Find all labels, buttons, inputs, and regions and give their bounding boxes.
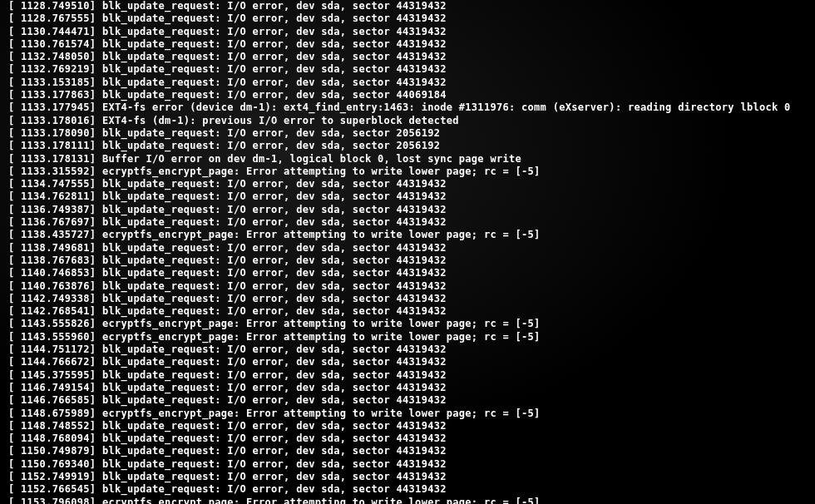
- log-timestamp: [ 1153.796098]: [8, 497, 102, 504]
- log-timestamp: [ 1132.748050]: [8, 51, 102, 62]
- log-line: [ 1144.751172] blk_update_request: I/O e…: [8, 343, 807, 356]
- log-line: [ 1142.749338] blk_update_request: I/O e…: [8, 293, 807, 305]
- log-line: [ 1148.675989] ecryptfs_encrypt_page: Er…: [8, 408, 807, 420]
- log-line: [ 1150.749879] blk_update_request: I/O e…: [8, 445, 807, 457]
- log-timestamp: [ 1138.767683]: [8, 254, 102, 266]
- log-timestamp: [ 1143.555960]: [8, 331, 102, 343]
- log-message: blk_update_request: I/O error, dev sda, …: [102, 12, 447, 24]
- log-timestamp: [ 1128.749510]: [8, 0, 102, 12]
- log-line: [ 1128.767555] blk_update_request: I/O e…: [8, 12, 807, 25]
- log-message: blk_update_request: I/O error, dev sda, …: [102, 63, 447, 75]
- log-line: [ 1138.767683] blk_update_request: I/O e…: [8, 254, 807, 267]
- log-message: blk_update_request: I/O error, dev sda, …: [102, 267, 447, 279]
- log-message: blk_update_request: I/O error, dev sda, …: [102, 369, 447, 381]
- log-timestamp: [ 1144.766672]: [8, 356, 102, 368]
- log-line: [ 1133.177945] EXT4-fs error (device dm-…: [8, 101, 807, 114]
- log-line: [ 1133.177863] blk_update_request: I/O e…: [8, 89, 807, 101]
- log-line: [ 1130.761574] blk_update_request: I/O e…: [8, 38, 807, 51]
- log-line: [ 1148.748552] blk_update_request: I/O e…: [8, 420, 807, 432]
- log-timestamp: [ 1144.751172]: [8, 343, 102, 355]
- log-line: [ 1146.766585] blk_update_request: I/O e…: [8, 394, 807, 407]
- log-message: blk_update_request: I/O error, dev sda, …: [102, 420, 447, 432]
- log-line: [ 1136.767697] blk_update_request: I/O e…: [8, 216, 807, 229]
- log-timestamp: [ 1143.555826]: [8, 318, 102, 329]
- log-timestamp: [ 1148.675989]: [8, 408, 102, 419]
- log-message: blk_update_request: I/O error, dev sda, …: [102, 51, 447, 62]
- log-line: [ 1134.747555] blk_update_request: I/O e…: [8, 178, 807, 190]
- log-message: blk_update_request: I/O error, dev sda, …: [102, 471, 447, 482]
- log-line: [ 1133.315592] ecryptfs_encrypt_page: Er…: [8, 166, 807, 178]
- log-line: [ 1153.796098] ecryptfs_encrypt_page: Er…: [8, 497, 807, 504]
- log-timestamp: [ 1142.768541]: [8, 305, 102, 317]
- log-message: blk_update_request: I/O error, dev sda, …: [102, 382, 447, 393]
- log-message: Buffer I/O error on dev dm-1, logical bl…: [102, 153, 521, 165]
- log-message: blk_update_request: I/O error, dev sda, …: [102, 356, 447, 368]
- log-line: [ 1150.769340] blk_update_request: I/O e…: [8, 458, 807, 471]
- log-line: [ 1130.744471] blk_update_request: I/O e…: [8, 26, 807, 38]
- log-line: [ 1133.178111] blk_update_request: I/O e…: [8, 140, 807, 152]
- log-message: blk_update_request: I/O error, dev sda, …: [102, 445, 447, 457]
- log-timestamp: [ 1148.768094]: [8, 432, 102, 444]
- log-timestamp: [ 1134.747555]: [8, 178, 102, 190]
- log-message: blk_update_request: I/O error, dev sda, …: [102, 38, 447, 50]
- log-line: [ 1152.766545] blk_update_request: I/O e…: [8, 483, 807, 496]
- log-timestamp: [ 1148.748552]: [8, 420, 102, 432]
- log-message: blk_update_request: I/O error, dev sda, …: [102, 432, 447, 444]
- log-timestamp: [ 1145.375595]: [8, 369, 102, 381]
- log-line: [ 1133.178090] blk_update_request: I/O e…: [8, 127, 807, 140]
- log-message: blk_update_request: I/O error, dev sda, …: [102, 305, 447, 317]
- log-line: [ 1133.178131] Buffer I/O error on dev d…: [8, 153, 807, 166]
- log-message: EXT4-fs error (device dm-1): ext4_find_e…: [102, 101, 791, 113]
- log-timestamp: [ 1136.767697]: [8, 216, 102, 228]
- log-line: [ 1140.763876] blk_update_request: I/O e…: [8, 280, 807, 293]
- log-line: [ 1133.178016] EXT4-fs (dm-1): previous …: [8, 115, 807, 127]
- log-message: blk_update_request: I/O error, dev sda, …: [102, 458, 447, 470]
- log-timestamp: [ 1133.177945]: [8, 101, 102, 113]
- log-message: EXT4-fs (dm-1): previous I/O error to su…: [102, 115, 459, 126]
- log-message: ecryptfs_encrypt_page: Error attempting …: [102, 229, 541, 240]
- log-line: [ 1146.749154] blk_update_request: I/O e…: [8, 382, 807, 394]
- log-message: ecryptfs_encrypt_page: Error attempting …: [102, 497, 541, 504]
- log-line: [ 1132.769219] blk_update_request: I/O e…: [8, 63, 807, 76]
- log-line: [ 1140.746853] blk_update_request: I/O e…: [8, 267, 807, 279]
- log-line: [ 1143.555826] ecryptfs_encrypt_page: Er…: [8, 318, 807, 330]
- log-message: ecryptfs_encrypt_page: Error attempting …: [102, 408, 541, 419]
- log-timestamp: [ 1140.763876]: [8, 280, 102, 292]
- log-timestamp: [ 1128.767555]: [8, 12, 102, 24]
- log-timestamp: [ 1130.761574]: [8, 38, 102, 50]
- log-message: blk_update_request: I/O error, dev sda, …: [102, 89, 447, 101]
- log-timestamp: [ 1133.178016]: [8, 115, 102, 126]
- log-line: [ 1144.766672] blk_update_request: I/O e…: [8, 356, 807, 368]
- log-line: [ 1133.153185] blk_update_request: I/O e…: [8, 77, 807, 89]
- log-timestamp: [ 1134.762811]: [8, 190, 102, 202]
- log-message: blk_update_request: I/O error, dev sda, …: [102, 190, 447, 202]
- log-timestamp: [ 1133.153185]: [8, 77, 102, 88]
- log-line: [ 1145.375595] blk_update_request: I/O e…: [8, 369, 807, 382]
- log-message: blk_update_request: I/O error, dev sda, …: [102, 242, 447, 254]
- log-message: ecryptfs_encrypt_page: Error attempting …: [102, 318, 541, 329]
- log-timestamp: [ 1133.178090]: [8, 127, 102, 139]
- log-timestamp: [ 1133.315592]: [8, 166, 102, 177]
- kernel-console: [ 1128.749510] blk_update_request: I/O e…: [0, 0, 815, 504]
- log-timestamp: [ 1133.178111]: [8, 140, 102, 151]
- log-line: [ 1134.762811] blk_update_request: I/O e…: [8, 190, 807, 203]
- log-message: blk_update_request: I/O error, dev sda, …: [102, 140, 440, 151]
- log-timestamp: [ 1146.766585]: [8, 394, 102, 406]
- log-message: blk_update_request: I/O error, dev sda, …: [102, 394, 447, 406]
- log-message: blk_update_request: I/O error, dev sda, …: [102, 254, 447, 266]
- log-timestamp: [ 1150.749879]: [8, 445, 102, 457]
- log-line: [ 1138.435727] ecryptfs_encrypt_page: Er…: [8, 229, 807, 241]
- log-line: [ 1138.749681] blk_update_request: I/O e…: [8, 242, 807, 254]
- log-message: blk_update_request: I/O error, dev sda, …: [102, 216, 447, 228]
- log-message: blk_update_request: I/O error, dev sda, …: [102, 127, 440, 139]
- log-message: blk_update_request: I/O error, dev sda, …: [102, 343, 447, 355]
- log-timestamp: [ 1146.749154]: [8, 382, 102, 393]
- log-line: [ 1132.748050] blk_update_request: I/O e…: [8, 51, 807, 63]
- log-line: [ 1152.749919] blk_update_request: I/O e…: [8, 471, 807, 483]
- log-timestamp: [ 1152.766545]: [8, 483, 102, 495]
- log-line: [ 1128.749510] blk_update_request: I/O e…: [8, 0, 807, 12]
- log-line: [ 1136.749387] blk_update_request: I/O e…: [8, 204, 807, 216]
- log-timestamp: [ 1130.744471]: [8, 26, 102, 37]
- log-message: blk_update_request: I/O error, dev sda, …: [102, 26, 447, 37]
- log-timestamp: [ 1133.178131]: [8, 153, 102, 165]
